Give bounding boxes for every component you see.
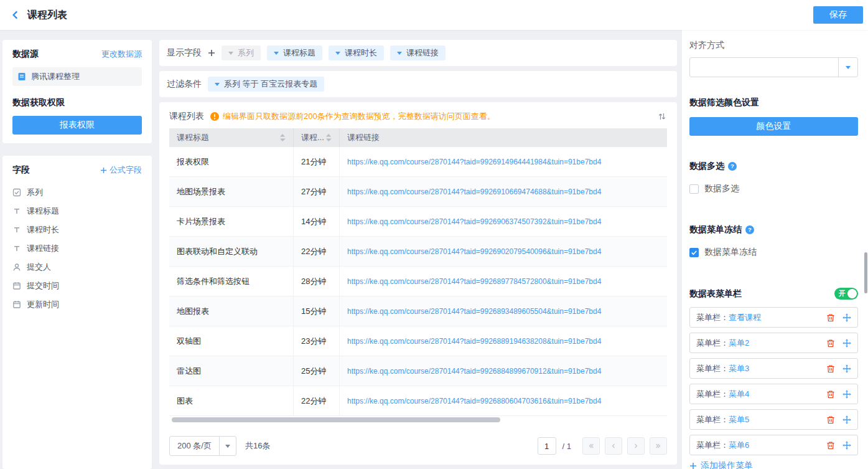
delete-menu-button[interactable] bbox=[826, 415, 835, 424]
delete-menu-button[interactable] bbox=[826, 313, 835, 322]
cell-link[interactable]: https://ke.qq.com/course/2870144?taid=99… bbox=[340, 356, 667, 386]
prev-page-button[interactable] bbox=[605, 437, 622, 455]
column-header-title[interactable]: 课程标题 bbox=[169, 128, 294, 147]
trash-icon bbox=[826, 339, 835, 348]
color-settings-button[interactable]: 颜色设置 bbox=[689, 117, 858, 136]
display-fields-label: 显示字段 bbox=[167, 47, 202, 59]
page-input[interactable]: 1 bbox=[538, 437, 556, 455]
move-menu-button[interactable] bbox=[842, 364, 851, 373]
cell-link[interactable]: https://ke.qq.com/course/2870144?taid=99… bbox=[340, 267, 667, 296]
select-arrow[interactable] bbox=[219, 437, 236, 455]
help-icon[interactable]: ? bbox=[745, 225, 754, 234]
cell-link[interactable]: https://ke.qq.com/course/2870144?taid=99… bbox=[340, 326, 667, 356]
column-header-duration[interactable]: 课程... bbox=[294, 128, 340, 147]
field-item-submitter[interactable]: 提交人 bbox=[12, 258, 142, 277]
menubar-toggle[interactable]: 开 bbox=[834, 288, 858, 300]
page-count: / 1 bbox=[562, 442, 571, 451]
field-chip-course-duration[interactable]: 课程时长 bbox=[329, 45, 384, 60]
field-item-course-title[interactable]: 课程标题 bbox=[12, 202, 142, 220]
move-menu-button[interactable] bbox=[842, 415, 851, 424]
menu-item-name[interactable]: 查看课程 bbox=[729, 312, 761, 323]
menu-item-name[interactable]: 菜单6 bbox=[729, 440, 749, 451]
table-row: 筛选条件和筛选按钮 28分钟 https://ke.qq.com/course/… bbox=[169, 267, 667, 296]
add-operation-menu-link[interactable]: 添加操作菜单 bbox=[689, 460, 858, 469]
move-menu-button[interactable] bbox=[842, 390, 851, 399]
cell-duration: 28分钟 bbox=[294, 267, 340, 296]
cell-link[interactable]: https://ke.qq.com/course/2870144?taid=99… bbox=[340, 386, 667, 415]
table-row: 图表 22分钟 https://ke.qq.com/course/2870144… bbox=[169, 386, 667, 416]
move-icon bbox=[842, 441, 851, 450]
plus-icon bbox=[689, 462, 697, 469]
delete-menu-button[interactable] bbox=[826, 390, 835, 399]
text-field-icon bbox=[12, 244, 21, 253]
help-icon[interactable]: ? bbox=[728, 162, 737, 171]
cell-duration: 15分钟 bbox=[294, 296, 340, 326]
back-button[interactable] bbox=[10, 9, 21, 21]
document-icon bbox=[17, 72, 26, 81]
field-chip-course-title[interactable]: 课程标题 bbox=[267, 45, 322, 60]
sort-icon[interactable] bbox=[325, 134, 332, 141]
add-display-field-button[interactable] bbox=[208, 49, 215, 57]
caret-down-icon bbox=[274, 52, 279, 55]
cell-duration: 14分钟 bbox=[294, 207, 340, 236]
last-page-button[interactable] bbox=[650, 437, 667, 455]
calendar-icon bbox=[12, 282, 21, 290]
report-permission-button[interactable]: 报表权限 bbox=[12, 116, 142, 135]
move-menu-button[interactable] bbox=[842, 313, 851, 322]
datasource-card: 数据源 更改数据源 腾讯课程整理 数据获取权限 报表权限 bbox=[2, 40, 152, 143]
field-chip-series[interactable]: 系列 bbox=[222, 45, 261, 60]
table-body: 报表权限 21分钟 https://ke.qq.com/course/28701… bbox=[169, 147, 667, 416]
sort-icon[interactable] bbox=[279, 134, 286, 141]
horizontal-scrollbar[interactable] bbox=[169, 417, 667, 422]
field-item-course-duration[interactable]: 课程时长 bbox=[12, 220, 142, 239]
page-size-select[interactable]: 200 条/页 bbox=[169, 436, 236, 456]
chevron-left-icon bbox=[609, 442, 618, 450]
filter-label: 过滤条件 bbox=[167, 78, 202, 90]
caret-down-icon bbox=[228, 52, 233, 55]
warning-icon bbox=[210, 112, 219, 121]
next-page-button[interactable] bbox=[627, 437, 645, 455]
datasource-item[interactable]: 腾讯课程整理 bbox=[12, 67, 142, 86]
menu-item-name[interactable]: 菜单3 bbox=[729, 363, 749, 374]
cell-link[interactable]: https://ke.qq.com/course/2870144?taid=99… bbox=[340, 177, 667, 206]
save-button[interactable]: 保存 bbox=[813, 6, 863, 24]
multi-select-checkbox-row[interactable]: 数据多选 bbox=[689, 183, 858, 194]
delete-menu-button[interactable] bbox=[826, 339, 835, 348]
delete-menu-button[interactable] bbox=[826, 441, 835, 450]
cell-link[interactable]: https://ke.qq.com/course/2870144?taid=99… bbox=[340, 207, 667, 236]
caret-down-icon bbox=[225, 445, 230, 448]
checkbox-unchecked[interactable] bbox=[689, 184, 699, 194]
table-row: 卡片场景报表 14分钟 https://ke.qq.com/course/287… bbox=[169, 207, 667, 237]
move-menu-button[interactable] bbox=[842, 339, 851, 348]
formula-field-link[interactable]: 公式字段 bbox=[100, 164, 142, 176]
scrollbar-thumb[interactable] bbox=[172, 417, 500, 422]
field-item-submit-time[interactable]: 提交时间 bbox=[12, 277, 142, 295]
cell-link[interactable]: https://ke.qq.com/course/2870144?taid=99… bbox=[340, 237, 667, 266]
data-access-title: 数据获取权限 bbox=[12, 97, 142, 108]
plus-icon bbox=[208, 49, 215, 57]
menu-item-name[interactable]: 菜单2 bbox=[729, 338, 749, 349]
change-datasource-link[interactable]: 更改数据源 bbox=[101, 49, 142, 60]
checkbox-checked[interactable] bbox=[689, 248, 699, 257]
vertical-scrollbar[interactable] bbox=[864, 252, 867, 293]
menu-item-name[interactable]: 菜单5 bbox=[729, 414, 749, 425]
first-page-button[interactable] bbox=[582, 437, 600, 455]
field-item-update-time[interactable]: 更新时间 bbox=[12, 295, 142, 314]
cell-title: 雷达图 bbox=[169, 356, 294, 386]
menu-item-name[interactable]: 菜单4 bbox=[729, 389, 749, 400]
left-sidebar: 数据源 更改数据源 腾讯课程整理 数据获取权限 报表权限 字段 公式字段 系列 … bbox=[2, 40, 152, 469]
menu-item-row: 菜单栏：菜单6 bbox=[689, 435, 858, 455]
cell-link[interactable]: https://ke.qq.com/course/2870144?taid=99… bbox=[340, 296, 667, 326]
row-sort-toggle[interactable] bbox=[657, 111, 667, 121]
text-field-icon bbox=[12, 225, 21, 234]
filter-condition-chip[interactable]: 系列 等于 百宝云报表专题 bbox=[208, 77, 324, 92]
cell-link[interactable]: https://ke.qq.com/course/2870144?taid=99… bbox=[340, 147, 667, 176]
align-select[interactable] bbox=[689, 57, 858, 77]
move-menu-button[interactable] bbox=[842, 441, 851, 450]
field-item-course-link[interactable]: 课程链接 bbox=[12, 239, 142, 258]
delete-menu-button[interactable] bbox=[826, 364, 835, 373]
field-chip-course-link[interactable]: 课程链接 bbox=[390, 45, 446, 60]
menu-freeze-checkbox-row[interactable]: 数据菜单冻结 bbox=[689, 247, 858, 258]
field-item-series[interactable]: 系列 bbox=[12, 183, 142, 202]
select-arrow[interactable] bbox=[838, 58, 857, 77]
